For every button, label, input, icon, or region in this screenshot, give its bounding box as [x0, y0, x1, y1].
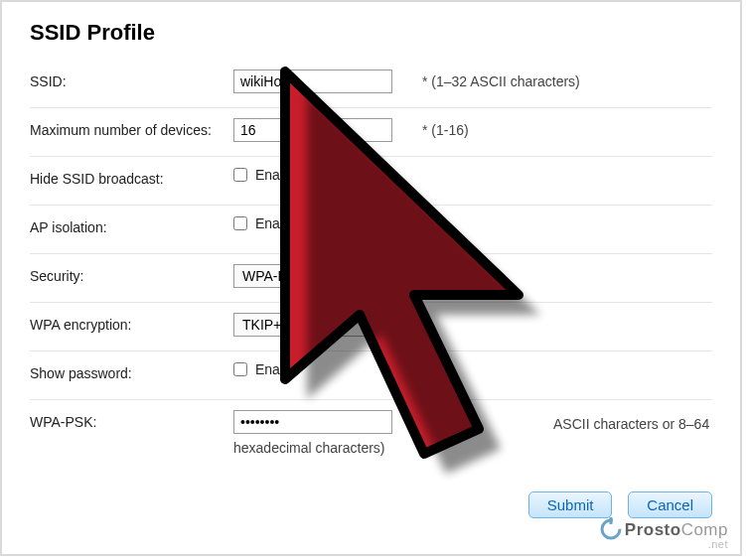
wpa-psk-input[interactable] — [233, 410, 392, 434]
security-label: Security: — [30, 264, 233, 284]
wpa-encryption-select[interactable]: TKIP+AES — [233, 313, 392, 337]
max-devices-hint: * (1-16) — [412, 118, 469, 138]
row-hide-ssid: Hide SSID broadcast: Enable — [30, 157, 712, 206]
row-ssid: SSID: * (1–32 ASCII characters) — [30, 60, 712, 108]
submit-button[interactable]: Submit — [528, 491, 613, 518]
wpa-psk-hint-below: hexadecimal characters) — [233, 440, 712, 456]
wpa-psk-hint-tail: ASCII characters or 8–64 — [412, 412, 709, 432]
ssid-input[interactable] — [233, 70, 392, 93]
row-wpa-psk: WPA-PSK: ASCII characters or 8–64 hexade… — [30, 400, 712, 466]
max-devices-label: Maximum number of devices: — [30, 118, 233, 138]
ap-isolation-label: AP isolation: — [30, 215, 233, 235]
hide-ssid-label: Hide SSID broadcast: — [30, 167, 233, 187]
row-wpa-encryption: WPA encryption: TKIP+AES — [30, 303, 712, 351]
svg-rect-1 — [609, 517, 612, 524]
row-max-devices: Maximum number of devices: * (1-16) — [30, 108, 712, 157]
wpa-psk-label: WPA-PSK: — [30, 410, 233, 430]
show-password-check-label: Enable — [255, 361, 299, 377]
site-logo: ProstoComp .net — [599, 517, 728, 550]
button-bar: Submit Cancel — [517, 491, 712, 518]
logo-icon — [599, 517, 623, 541]
ssid-hint: * (1–32 ASCII characters) — [412, 70, 580, 89]
row-ap-isolation: AP isolation: Enable — [30, 206, 712, 254]
ap-isolation-checkbox[interactable] — [233, 216, 247, 230]
cancel-button[interactable]: Cancel — [628, 491, 712, 518]
show-password-checkbox[interactable] — [233, 362, 247, 376]
wpa-encryption-label: WPA encryption: — [30, 313, 233, 333]
row-show-password: Show password: Enable — [30, 351, 712, 400]
hide-ssid-checkbox[interactable] — [233, 168, 247, 182]
ap-isolation-check-label: Enable — [255, 215, 299, 231]
show-password-label: Show password: — [30, 361, 233, 381]
security-select[interactable]: WPA-PSK & — [233, 264, 392, 288]
hide-ssid-check-label: Enable — [255, 167, 299, 183]
page-title: SSID Profile — [30, 20, 712, 46]
row-security: Security: WPA-PSK & — [30, 254, 712, 303]
ssid-label: SSID: — [30, 70, 233, 89]
max-devices-input[interactable] — [233, 118, 392, 142]
